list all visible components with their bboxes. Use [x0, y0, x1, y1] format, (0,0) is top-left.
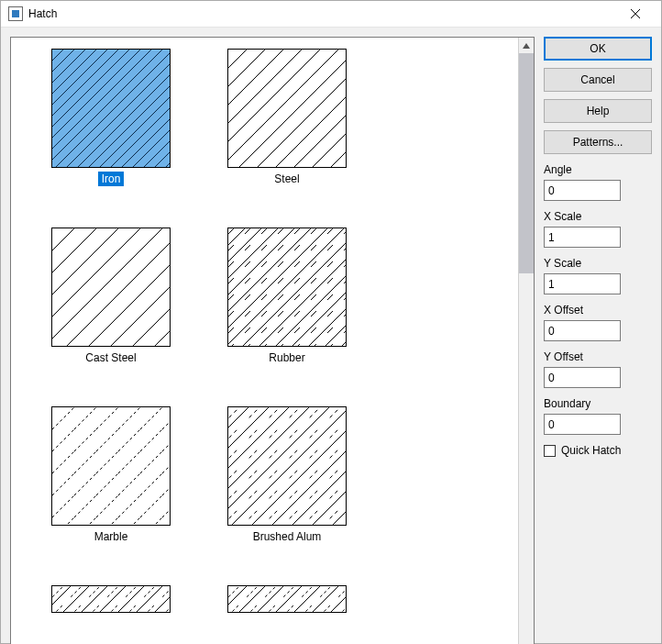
svg-rect-14 [52, 228, 170, 346]
pattern-label: Rubber [265, 350, 308, 365]
pattern-label: Cast Steel [82, 350, 139, 365]
pattern-swatch [51, 585, 171, 613]
svg-rect-17 [228, 407, 346, 525]
pattern-label: Iron [98, 172, 125, 186]
window-title: Hatch [28, 7, 57, 20]
pattern-label: Marble [91, 529, 132, 544]
cancel-button[interactable]: Cancel [544, 68, 652, 92]
pattern-tile-brushed-alum[interactable]: Brushed Alum [200, 401, 374, 580]
svg-rect-15 [228, 228, 346, 346]
yoffset-label: Y Offset [544, 350, 652, 363]
svg-rect-12 [52, 50, 170, 167]
pattern-swatch [227, 585, 347, 613]
ok-button[interactable]: OK [544, 37, 652, 61]
pattern-label: Steel [270, 172, 303, 186]
gallery-scrollbar[interactable] [518, 38, 534, 644]
titlebar: Hatch [1, 1, 661, 28]
yoffset-input[interactable] [544, 367, 621, 388]
xoffset-label: X Offset [544, 304, 652, 316]
hatch-dialog: Hatch [0, 0, 662, 644]
boundary-label: Boundary [544, 397, 652, 410]
close-button[interactable] [615, 1, 656, 27]
pattern-swatch [227, 49, 347, 168]
boundary-input[interactable] [544, 414, 621, 435]
xoffset-input[interactable] [544, 320, 621, 341]
xscale-label: X Scale [544, 210, 652, 223]
yscale-label: Y Scale [544, 257, 652, 270]
svg-rect-13 [228, 50, 346, 167]
scroll-thumb[interactable] [519, 53, 534, 273]
svg-marker-20 [523, 43, 530, 49]
help-button[interactable]: Help [544, 99, 652, 123]
xscale-input[interactable] [544, 227, 621, 248]
pattern-gallery[interactable]: Iron Steel Cast Steel [11, 38, 518, 644]
quick-hatch-label: Quick Hatch [561, 444, 621, 457]
app-icon [8, 6, 23, 21]
angle-input[interactable] [544, 180, 621, 201]
close-icon [631, 9, 640, 18]
svg-rect-16 [52, 407, 170, 525]
pattern-tile[interactable] [24, 580, 198, 644]
pattern-swatch [227, 228, 347, 347]
yscale-input[interactable] [544, 273, 621, 294]
pattern-tile[interactable] [200, 580, 374, 644]
pattern-tile-cast-steel[interactable]: Cast Steel [24, 222, 198, 401]
pattern-tile-rubber[interactable]: Rubber [200, 222, 374, 401]
patterns-button[interactable]: Patterns... [544, 130, 652, 154]
quick-hatch-checkbox[interactable] [544, 445, 556, 457]
pattern-label: Brushed Alum [249, 529, 325, 544]
svg-rect-18 [52, 586, 170, 612]
pattern-swatch [51, 49, 171, 168]
angle-label: Angle [544, 163, 652, 176]
pattern-tile-iron[interactable]: Iron [24, 43, 198, 222]
scroll-up-icon[interactable] [519, 38, 534, 53]
pattern-tile-marble[interactable]: Marble [24, 401, 198, 580]
pattern-swatch [51, 406, 171, 526]
pattern-tile-steel[interactable]: Steel [200, 43, 374, 222]
side-panel: OK Cancel Help Patterns... Angle X Scale… [544, 37, 652, 644]
pattern-swatch [51, 228, 171, 347]
pattern-gallery-panel: Iron Steel Cast Steel [10, 37, 535, 644]
pattern-swatch [227, 406, 347, 526]
svg-rect-19 [228, 586, 346, 612]
